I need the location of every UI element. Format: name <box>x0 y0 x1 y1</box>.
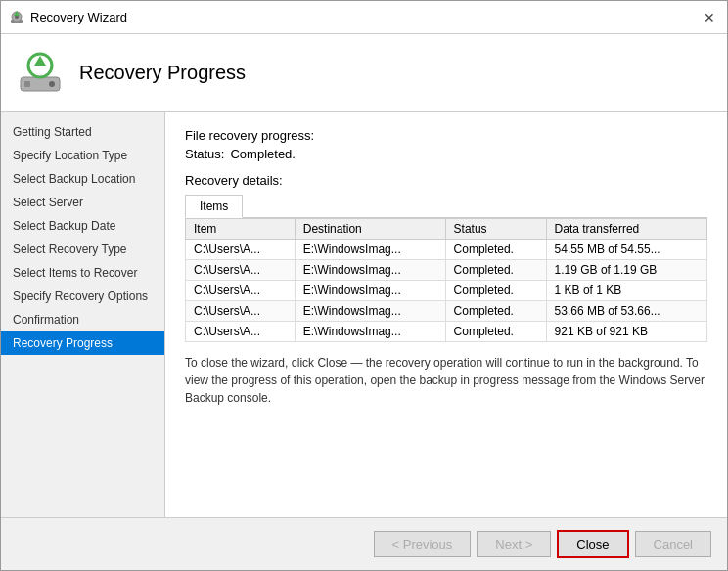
table-row: C:\Users\A...E:\WindowsImag...Completed.… <box>186 301 707 322</box>
header-icon <box>17 50 64 97</box>
cell-data: 921 KB of 921 KB <box>546 322 706 342</box>
cell-data: 54.55 MB of 54.55... <box>546 240 706 260</box>
previous-button[interactable]: < Previous <box>374 531 472 557</box>
close-icon[interactable]: ✕ <box>700 8 719 27</box>
cell-item: C:\Users\A... <box>186 281 296 301</box>
svg-point-6 <box>49 81 55 87</box>
svg-marker-8 <box>34 56 46 66</box>
sidebar-item-items-to-recover[interactable]: Select Items to Recover <box>1 261 164 285</box>
cell-data: 53.66 MB of 53.66... <box>546 301 706 322</box>
table-row: C:\Users\A...E:\WindowsImag...Completed.… <box>186 281 707 301</box>
sidebar-item-backup-date[interactable]: Select Backup Date <box>1 214 164 238</box>
cell-data: 1 KB of 1 KB <box>546 281 706 301</box>
sidebar-item-getting-started[interactable]: Getting Started <box>1 120 164 144</box>
table-row: C:\Users\A...E:\WindowsImag...Completed.… <box>186 322 707 342</box>
cancel-button[interactable]: Cancel <box>635 531 711 557</box>
cell-status: Completed. <box>445 260 546 281</box>
cell-status: Completed. <box>445 281 546 301</box>
sidebar-item-location-type[interactable]: Specify Location Type <box>1 144 164 167</box>
next-button[interactable]: Next > <box>477 531 551 557</box>
items-tab[interactable]: Items <box>185 195 243 218</box>
info-text: To close the wizard, click Close — the r… <box>185 354 707 407</box>
cell-status: Completed. <box>445 240 546 260</box>
sidebar-item-recovery-progress[interactable]: Recovery Progress <box>1 331 164 355</box>
sidebar-item-confirmation[interactable]: Confirmation <box>1 308 164 331</box>
status-line: Status: Completed. <box>185 147 707 161</box>
tab-bar: Items <box>185 194 707 218</box>
cell-destination: E:\WindowsImag... <box>295 322 445 342</box>
cell-destination: E:\WindowsImag... <box>295 281 445 301</box>
cell-item: C:\Users\A... <box>186 322 296 342</box>
close-button[interactable]: Close <box>557 530 628 558</box>
cell-item: C:\Users\A... <box>186 301 296 322</box>
cell-destination: E:\WindowsImag... <box>295 260 445 281</box>
cell-item: C:\Users\A... <box>186 260 296 281</box>
content-area: Getting Started Specify Location Type Se… <box>1 112 727 517</box>
cell-status: Completed. <box>445 301 546 322</box>
items-table: Item Destination Status Data transferred… <box>185 218 707 342</box>
table-row: C:\Users\A...E:\WindowsImag...Completed.… <box>186 240 707 260</box>
col-status: Status <box>445 219 546 240</box>
sidebar: Getting Started Specify Location Type Se… <box>1 112 165 517</box>
col-destination: Destination <box>295 219 445 240</box>
progress-label: File recovery progress: <box>185 128 707 143</box>
footer: < Previous Next > Close Cancel <box>1 517 727 570</box>
recovery-details-label: Recovery details: <box>185 173 707 188</box>
sidebar-item-recovery-type[interactable]: Select Recovery Type <box>1 238 164 261</box>
title-bar: Recovery Wizard ✕ <box>1 1 727 34</box>
header-section: Recovery Progress <box>1 34 727 112</box>
cell-item: C:\Users\A... <box>186 240 296 260</box>
cell-destination: E:\WindowsImag... <box>295 240 445 260</box>
recovery-wizard-window: Recovery Wizard ✕ Recovery Progress Gett… <box>0 0 728 571</box>
table-row: C:\Users\A...E:\WindowsImag...Completed.… <box>186 260 707 281</box>
sidebar-item-backup-location[interactable]: Select Backup Location <box>1 167 164 191</box>
sidebar-item-server[interactable]: Select Server <box>1 191 164 214</box>
status-value: Completed. <box>230 147 295 161</box>
title-bar-icon <box>9 10 24 25</box>
cell-data: 1.19 GB of 1.19 GB <box>546 260 706 281</box>
col-item: Item <box>186 219 296 240</box>
header-title: Recovery Progress <box>79 62 246 84</box>
main-panel: File recovery progress: Status: Complete… <box>165 112 727 517</box>
svg-rect-5 <box>24 81 30 87</box>
status-key: Status: <box>185 147 224 161</box>
sidebar-item-recovery-options[interactable]: Specify Recovery Options <box>1 285 164 308</box>
cell-destination: E:\WindowsImag... <box>295 301 445 322</box>
cell-status: Completed. <box>445 322 546 342</box>
title-bar-title: Recovery Wizard <box>30 10 700 24</box>
col-data: Data transferred <box>546 219 706 240</box>
